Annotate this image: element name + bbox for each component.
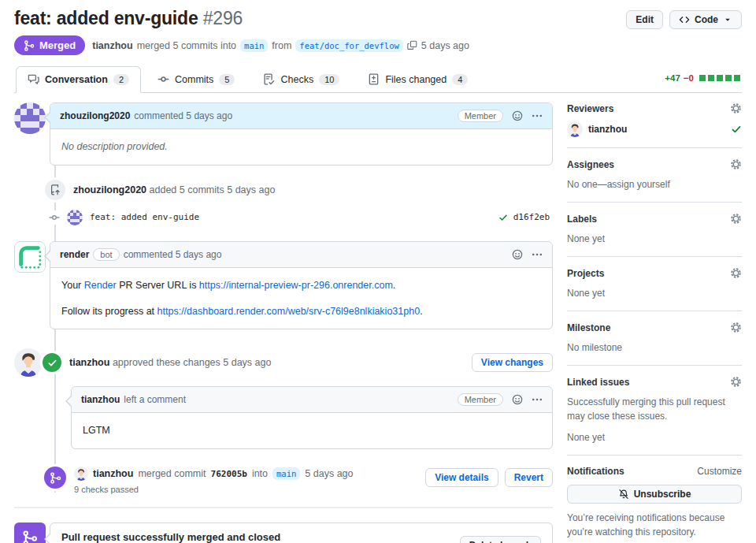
event-author[interactable]: zhouzilong2020 [73, 184, 146, 195]
commit-sha[interactable]: d16f2eb [513, 212, 550, 222]
sidebar-labels: Labels None yet [567, 213, 742, 257]
approved-check-icon [731, 124, 742, 135]
pr-number: #296 [203, 8, 243, 28]
reviewer-name[interactable]: tianzhou [588, 124, 627, 135]
comment-body: No description provided. [50, 129, 552, 165]
banner-title: Pull request successfully merged and clo… [61, 531, 357, 543]
tab-counter: 10 [319, 74, 339, 85]
check-icon[interactable] [498, 212, 508, 222]
checklist-icon [263, 73, 275, 85]
comment-author[interactable]: zhouzilong2020 [60, 110, 130, 121]
assignees-empty[interactable]: No one—assign yourself [567, 177, 742, 192]
dashboard-url-link[interactable]: https://dashboard.render.com/web/srv-c76… [158, 306, 421, 317]
view-changes-button[interactable]: View changes [472, 353, 553, 372]
pr-page: feat: added env-guide #296 Edit Code Mer… [0, 0, 756, 543]
view-details-button[interactable]: View details [425, 468, 498, 487]
member-badge: Member [458, 393, 503, 406]
sidebar-notifications: Notifications Customize Unsubscribe You’… [567, 466, 742, 543]
gear-icon[interactable] [730, 267, 742, 279]
sidebar-assignees: Assignees No one—assign yourself [567, 158, 742, 203]
kebab-menu-icon[interactable] [532, 249, 543, 260]
comment-body: Your Render PR Server URL is https://int… [50, 268, 552, 329]
projects-empty: None yet [567, 286, 742, 300]
emoji-icon[interactable] [512, 249, 523, 260]
diffstat: +47 −0 [665, 73, 740, 92]
deletions-count: −0 [684, 73, 694, 83]
tab-counter: 2 [113, 74, 129, 85]
merged-banner: Pull request successfully merged and clo… [14, 523, 553, 543]
unsubscribe-button[interactable]: Unsubscribe [567, 485, 742, 504]
checks-passed-text[interactable]: 9 checks passed [74, 485, 425, 494]
edit-button[interactable]: Edit [626, 10, 663, 29]
render-link[interactable]: Render [84, 280, 117, 291]
notifications-description: You’re receiving notifications because y… [567, 511, 742, 539]
commits-added-event: zhouzilong2020 added 5 commits 5 days ag… [14, 180, 553, 200]
tab-commits[interactable]: Commits 5 [146, 66, 246, 93]
commit-icon [49, 210, 60, 225]
git-merge-icon [44, 467, 66, 489]
comment-body: LGTM [72, 413, 552, 448]
sidebar-reviewers: Reviewers tianzhou [567, 102, 742, 148]
comment-action: commented 5 days ago [124, 249, 222, 260]
merge-author[interactable]: tianzhou [93, 468, 133, 479]
tab-files-changed[interactable]: Files changed 4 [356, 66, 480, 93]
sidebar-milestone: Milestone No milestone [567, 322, 742, 366]
delete-branch-button[interactable]: Delete branch [460, 536, 541, 543]
code-button[interactable]: Code [669, 10, 742, 29]
head-branch-badge[interactable]: feat/doc_for_devflow [295, 39, 402, 52]
pr-meta: tianzhou merged 5 commits into main from… [92, 39, 469, 52]
conversation-timeline: zhouzilong2020 commented 5 days ago Memb… [14, 102, 553, 543]
avatar[interactable] [67, 210, 83, 225]
gear-icon[interactable] [730, 213, 742, 225]
review-approved-event: tianzhou approved these changes 5 days a… [14, 348, 553, 377]
approved-check-icon [43, 353, 61, 372]
comment-author[interactable]: tianzhou [81, 394, 120, 405]
review-comment: tianzhou left a comment Member LGTM [71, 386, 553, 449]
kebab-menu-icon[interactable] [532, 394, 543, 405]
git-merge-icon [14, 523, 46, 543]
commit-message[interactable]: feat: added env-guide [90, 212, 491, 222]
chevron-down-icon [723, 15, 732, 24]
avatar[interactable] [567, 121, 583, 137]
comment-author[interactable]: render [60, 249, 89, 260]
additions-count: +47 [665, 73, 680, 83]
comment-action: left a comment [124, 394, 186, 405]
gear-icon[interactable] [730, 102, 742, 114]
bot-badge: bot [93, 248, 119, 261]
emoji-icon[interactable] [512, 394, 523, 405]
comment-zhouzilong: zhouzilong2020 commented 5 days ago Memb… [14, 102, 553, 166]
gear-icon[interactable] [730, 322, 742, 333]
code-icon [679, 14, 690, 25]
pr-tabbar: Conversation 2 Commits 5 Checks 10 Files… [14, 66, 742, 93]
comment-render-bot: render bot commented 5 days ago [14, 241, 553, 330]
pr-header: feat: added env-guide #296 Edit Code Mer… [14, 8, 742, 55]
comment-action: commented 5 days ago [134, 110, 232, 121]
conversation-icon [28, 73, 39, 85]
avatar[interactable] [14, 348, 43, 377]
avatar[interactable] [14, 102, 46, 134]
repo-push-icon [45, 180, 65, 200]
avatar[interactable] [74, 467, 88, 481]
emoji-icon[interactable] [512, 110, 523, 121]
base-branch-badge[interactable]: main [240, 39, 268, 52]
gear-icon[interactable] [730, 158, 742, 170]
sidebar-projects: Projects None yet [567, 267, 742, 311]
merge-author[interactable]: tianzhou [92, 40, 132, 51]
timeline-divider [14, 507, 553, 508]
customize-link[interactable]: Customize [697, 466, 742, 477]
avatar[interactable] [14, 241, 46, 273]
linked-issues-empty: None yet [567, 430, 742, 444]
tab-counter: 4 [452, 74, 468, 85]
base-branch-badge[interactable]: main [272, 467, 300, 480]
copy-icon[interactable] [407, 40, 417, 50]
labels-empty: None yet [567, 232, 742, 246]
diffstat-block [699, 75, 706, 81]
gear-icon[interactable] [730, 376, 742, 388]
revert-button[interactable]: Revert [505, 468, 553, 487]
tab-checks[interactable]: Checks 10 [251, 66, 351, 93]
kebab-menu-icon[interactable] [532, 110, 543, 121]
merged-commit-sha[interactable]: 762005b [211, 469, 247, 479]
tab-conversation[interactable]: Conversation 2 [16, 66, 141, 93]
review-author[interactable]: tianzhou [69, 357, 109, 368]
preview-url-link[interactable]: https://internal-preview-pr-296.onrender… [199, 280, 393, 291]
